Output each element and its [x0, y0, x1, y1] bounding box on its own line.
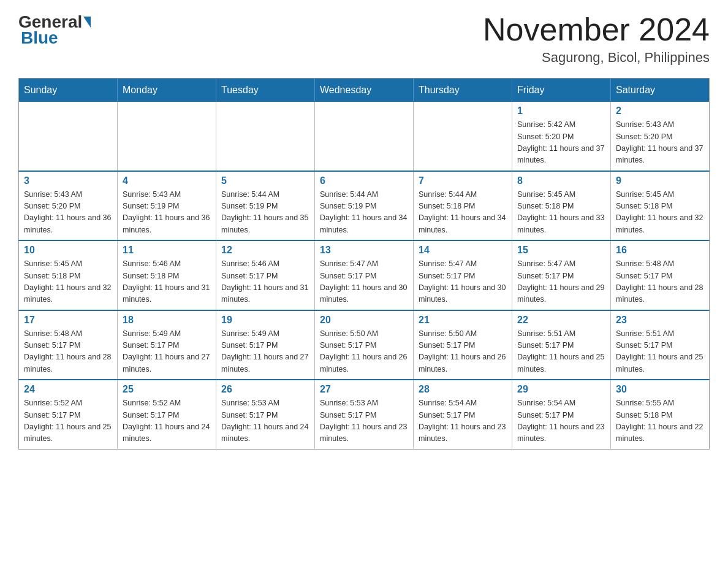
calendar-cell: 23Sunrise: 5:51 AM Sunset: 5:17 PM Dayli… [611, 310, 710, 380]
day-number: 9 [616, 175, 704, 186]
day-number: 15 [517, 245, 605, 256]
day-info: Sunrise: 5:53 AM Sunset: 5:17 PM Dayligh… [221, 397, 309, 445]
day-number: 11 [123, 245, 211, 256]
day-number: 19 [221, 315, 309, 326]
day-info: Sunrise: 5:47 AM Sunset: 5:17 PM Dayligh… [320, 258, 408, 306]
day-info: Sunrise: 5:49 AM Sunset: 5:17 PM Dayligh… [123, 328, 211, 376]
day-number: 23 [616, 315, 704, 326]
day-info: Sunrise: 5:54 AM Sunset: 5:17 PM Dayligh… [517, 397, 605, 445]
day-info: Sunrise: 5:44 AM Sunset: 5:19 PM Dayligh… [320, 189, 408, 237]
day-number: 5 [221, 175, 309, 186]
day-info: Sunrise: 5:44 AM Sunset: 5:19 PM Dayligh… [221, 189, 309, 237]
day-info: Sunrise: 5:43 AM Sunset: 5:19 PM Dayligh… [123, 189, 211, 237]
day-info: Sunrise: 5:52 AM Sunset: 5:17 PM Dayligh… [24, 397, 112, 445]
calendar-cell: 9Sunrise: 5:45 AM Sunset: 5:18 PM Daylig… [611, 171, 710, 241]
calendar-cell: 3Sunrise: 5:43 AM Sunset: 5:20 PM Daylig… [19, 171, 118, 241]
day-number: 24 [24, 384, 112, 395]
calendar-cell: 27Sunrise: 5:53 AM Sunset: 5:17 PM Dayli… [315, 380, 414, 449]
calendar-cell: 10Sunrise: 5:45 AM Sunset: 5:18 PM Dayli… [19, 240, 118, 310]
day-number: 18 [123, 315, 211, 326]
day-number: 30 [616, 384, 704, 395]
day-info: Sunrise: 5:54 AM Sunset: 5:17 PM Dayligh… [419, 397, 507, 445]
calendar-week-5: 24Sunrise: 5:52 AM Sunset: 5:17 PM Dayli… [19, 380, 710, 449]
calendar-cell: 25Sunrise: 5:52 AM Sunset: 5:17 PM Dayli… [118, 380, 216, 449]
calendar-cell: 18Sunrise: 5:49 AM Sunset: 5:17 PM Dayli… [118, 310, 216, 380]
logo: General Blue [18, 12, 91, 48]
calendar-cell: 22Sunrise: 5:51 AM Sunset: 5:17 PM Dayli… [512, 310, 611, 380]
day-info: Sunrise: 5:46 AM Sunset: 5:18 PM Dayligh… [123, 258, 211, 306]
weekday-header-wednesday: Wednesday [315, 79, 414, 102]
day-info: Sunrise: 5:47 AM Sunset: 5:17 PM Dayligh… [517, 258, 605, 306]
calendar-cell [118, 102, 216, 171]
day-number: 25 [123, 384, 211, 395]
day-info: Sunrise: 5:50 AM Sunset: 5:17 PM Dayligh… [320, 328, 408, 376]
calendar-cell: 6Sunrise: 5:44 AM Sunset: 5:19 PM Daylig… [315, 171, 414, 241]
day-info: Sunrise: 5:45 AM Sunset: 5:18 PM Dayligh… [24, 258, 112, 306]
calendar-cell: 16Sunrise: 5:48 AM Sunset: 5:17 PM Dayli… [611, 240, 710, 310]
calendar-cell: 28Sunrise: 5:54 AM Sunset: 5:17 PM Dayli… [414, 380, 512, 449]
day-info: Sunrise: 5:55 AM Sunset: 5:18 PM Dayligh… [616, 397, 704, 445]
title-area: November 2024 Sagurong, Bicol, Philippin… [483, 12, 710, 66]
calendar-cell [19, 102, 118, 171]
day-number: 4 [123, 175, 211, 186]
calendar-table: SundayMondayTuesdayWednesdayThursdayFrid… [18, 78, 710, 450]
weekday-header-saturday: Saturday [611, 79, 710, 102]
day-info: Sunrise: 5:46 AM Sunset: 5:17 PM Dayligh… [221, 258, 309, 306]
day-number: 16 [616, 245, 704, 256]
day-number: 12 [221, 245, 309, 256]
calendar-week-4: 17Sunrise: 5:48 AM Sunset: 5:17 PM Dayli… [19, 310, 710, 380]
calendar-cell: 30Sunrise: 5:55 AM Sunset: 5:18 PM Dayli… [611, 380, 710, 449]
weekday-header-thursday: Thursday [414, 79, 512, 102]
calendar-cell: 29Sunrise: 5:54 AM Sunset: 5:17 PM Dayli… [512, 380, 611, 449]
weekday-header-row: SundayMondayTuesdayWednesdayThursdayFrid… [19, 79, 710, 102]
calendar-cell [414, 102, 512, 171]
day-info: Sunrise: 5:42 AM Sunset: 5:20 PM Dayligh… [517, 119, 605, 167]
calendar-cell: 24Sunrise: 5:52 AM Sunset: 5:17 PM Dayli… [19, 380, 118, 449]
calendar-cell: 2Sunrise: 5:43 AM Sunset: 5:20 PM Daylig… [611, 102, 710, 171]
day-info: Sunrise: 5:45 AM Sunset: 5:18 PM Dayligh… [616, 189, 704, 237]
calendar-cell: 8Sunrise: 5:45 AM Sunset: 5:18 PM Daylig… [512, 171, 611, 241]
day-info: Sunrise: 5:47 AM Sunset: 5:17 PM Dayligh… [419, 258, 507, 306]
calendar-cell: 11Sunrise: 5:46 AM Sunset: 5:18 PM Dayli… [118, 240, 216, 310]
weekday-header-friday: Friday [512, 79, 611, 102]
day-info: Sunrise: 5:52 AM Sunset: 5:17 PM Dayligh… [123, 397, 211, 445]
subtitle: Sagurong, Bicol, Philippines [483, 50, 710, 66]
calendar-cell [315, 102, 414, 171]
weekday-header-sunday: Sunday [19, 79, 118, 102]
calendar-week-1: 1Sunrise: 5:42 AM Sunset: 5:20 PM Daylig… [19, 102, 710, 171]
day-info: Sunrise: 5:44 AM Sunset: 5:18 PM Dayligh… [419, 189, 507, 237]
calendar-cell: 14Sunrise: 5:47 AM Sunset: 5:17 PM Dayli… [414, 240, 512, 310]
day-number: 1 [517, 105, 605, 117]
calendar-cell: 26Sunrise: 5:53 AM Sunset: 5:17 PM Dayli… [216, 380, 315, 449]
day-info: Sunrise: 5:43 AM Sunset: 5:20 PM Dayligh… [24, 189, 112, 237]
weekday-header-tuesday: Tuesday [216, 79, 315, 102]
day-number: 2 [616, 105, 704, 117]
day-number: 8 [517, 175, 605, 186]
calendar-cell: 1Sunrise: 5:42 AM Sunset: 5:20 PM Daylig… [512, 102, 611, 171]
calendar-cell: 15Sunrise: 5:47 AM Sunset: 5:17 PM Dayli… [512, 240, 611, 310]
day-number: 10 [24, 245, 112, 256]
day-number: 17 [24, 315, 112, 326]
calendar-week-3: 10Sunrise: 5:45 AM Sunset: 5:18 PM Dayli… [19, 240, 710, 310]
day-number: 21 [419, 315, 507, 326]
calendar-cell: 19Sunrise: 5:49 AM Sunset: 5:17 PM Dayli… [216, 310, 315, 380]
calendar-cell: 21Sunrise: 5:50 AM Sunset: 5:17 PM Dayli… [414, 310, 512, 380]
day-info: Sunrise: 5:53 AM Sunset: 5:17 PM Dayligh… [320, 397, 408, 445]
calendar-cell [216, 102, 315, 171]
day-info: Sunrise: 5:43 AM Sunset: 5:20 PM Dayligh… [616, 119, 704, 167]
day-number: 6 [320, 175, 408, 186]
day-number: 26 [221, 384, 309, 395]
day-info: Sunrise: 5:48 AM Sunset: 5:17 PM Dayligh… [616, 258, 704, 306]
page-title: November 2024 [483, 12, 710, 47]
day-number: 28 [419, 384, 507, 395]
calendar-cell: 17Sunrise: 5:48 AM Sunset: 5:17 PM Dayli… [19, 310, 118, 380]
calendar-cell: 12Sunrise: 5:46 AM Sunset: 5:17 PM Dayli… [216, 240, 315, 310]
day-info: Sunrise: 5:48 AM Sunset: 5:17 PM Dayligh… [24, 328, 112, 376]
day-info: Sunrise: 5:51 AM Sunset: 5:17 PM Dayligh… [517, 328, 605, 376]
calendar-cell: 7Sunrise: 5:44 AM Sunset: 5:18 PM Daylig… [414, 171, 512, 241]
day-info: Sunrise: 5:51 AM Sunset: 5:17 PM Dayligh… [616, 328, 704, 376]
logo-blue: Blue [21, 28, 58, 48]
logo-arrow-icon [83, 17, 91, 28]
day-number: 20 [320, 315, 408, 326]
day-number: 7 [419, 175, 507, 186]
